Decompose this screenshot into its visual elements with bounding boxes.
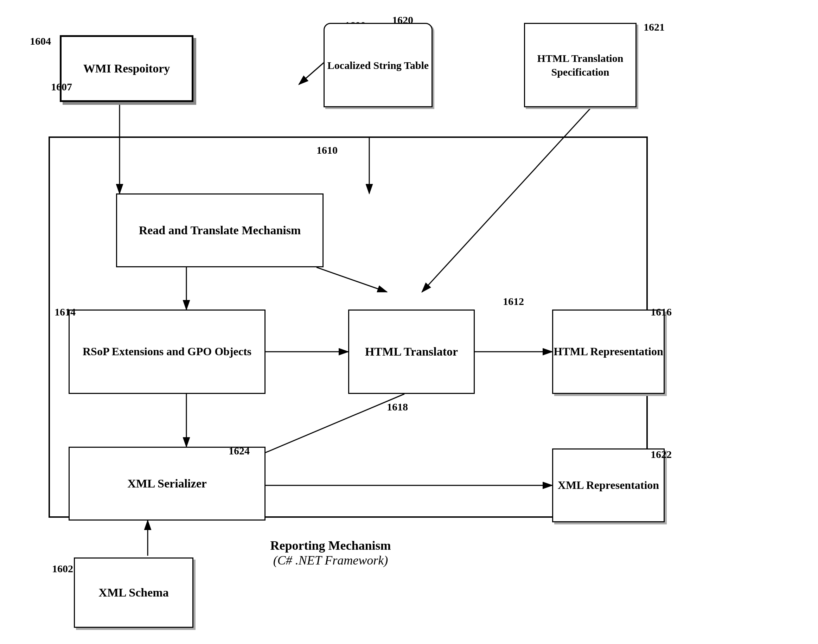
label-1610: 1610 <box>317 144 338 156</box>
read-translate-box: Read and Translate Mechanism <box>116 193 323 267</box>
xml-representation-label: XML Representation <box>558 478 659 493</box>
label-1612: 1612 <box>503 296 524 307</box>
label-1602: 1602 <box>52 563 73 575</box>
html-translator-box: HTML Translator <box>348 310 475 394</box>
xml-serializer-box: XML Serializer <box>69 447 265 521</box>
label-1621: 1621 <box>643 21 665 33</box>
html-translation-spec-label: HTML Translation Specification <box>525 51 636 79</box>
xml-serializer-label: XML Serializer <box>127 476 207 491</box>
wmi-repository-label: WMI Respoitory <box>83 61 170 76</box>
html-representation-label: HTML Representation <box>553 344 663 359</box>
html-translation-spec-box: HTML Translation Specification <box>524 23 637 107</box>
html-translator-label: HTML Translator <box>365 344 458 359</box>
svg-line-5 <box>422 100 598 292</box>
read-translate-label: Read and Translate Mechanism <box>139 222 301 238</box>
label-1616: 1616 <box>651 306 672 318</box>
label-1614: 1614 <box>55 306 76 318</box>
xml-schema-label: XML Schema <box>98 585 169 600</box>
svg-line-7 <box>317 267 387 292</box>
localized-string-table-label: Localized String Table <box>328 58 429 72</box>
rsop-extensions-box: RSoP Extensions and GPO Objects <box>69 310 265 394</box>
label-1604: 1604 <box>30 35 51 47</box>
xml-representation-box: XML Representation <box>552 448 665 522</box>
label-1620: 1620 <box>392 14 413 26</box>
label-1624: 1624 <box>228 445 250 457</box>
wmi-repository-box: WMI Respoitory <box>60 35 193 102</box>
xml-schema-box: XML Schema <box>74 558 193 628</box>
svg-line-11 <box>246 394 404 461</box>
label-1618: 1618 <box>387 401 408 413</box>
diagram-container: WMI Respoitory 1604 1607 1600 Localized … <box>0 0 818 644</box>
rsop-extensions-label: RSoP Extensions and GPO Objects <box>83 344 251 359</box>
label-1607: 1607 <box>51 81 72 93</box>
localized-string-table-box: Localized String Table <box>323 23 433 107</box>
label-1622: 1622 <box>651 448 672 460</box>
html-representation-box: HTML Representation <box>552 310 665 394</box>
reporting-mechanism-label: Reporting Mechanism (C# .NET Framework) <box>207 538 453 568</box>
